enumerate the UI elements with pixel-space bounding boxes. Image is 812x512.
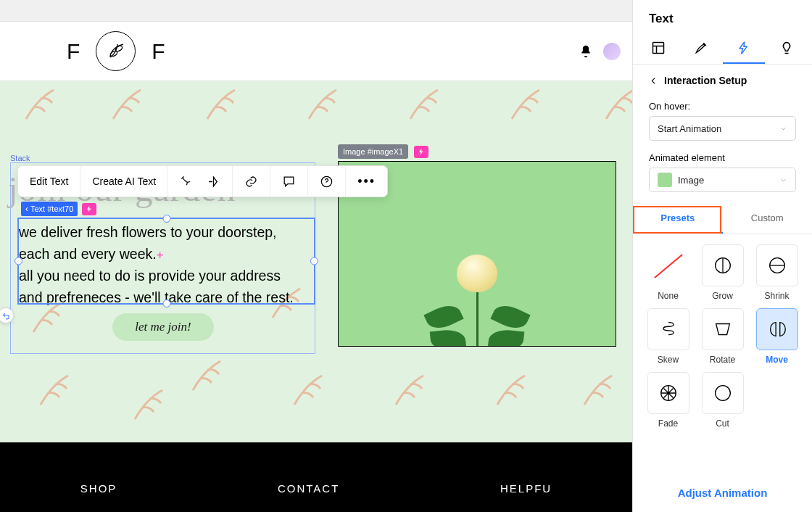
logo-ring-icon — [96, 31, 136, 71]
comment-icon[interactable] — [282, 175, 296, 189]
footer: SHOP CONTACT HELPFU — [0, 442, 632, 512]
notifications-icon[interactable] — [579, 44, 593, 59]
preset-grid: None Grow Shrink Skew Rotate Move Fade — [633, 234, 812, 429]
svg-point-7 — [715, 386, 730, 401]
element-thumb-icon — [658, 173, 672, 187]
text-element-tag[interactable]: Text #text70 — [21, 202, 78, 216]
chevron-left-icon — [649, 76, 658, 86]
site-logo: F F — [67, 31, 165, 71]
preset-move[interactable]: Move — [752, 308, 802, 365]
stack-label: Stack — [10, 154, 30, 162]
tab-layout[interactable] — [637, 33, 680, 64]
top-strip — [0, 0, 632, 22]
tab-presets[interactable]: Presets — [633, 204, 723, 234]
logo-letter-left: F — [67, 39, 80, 64]
image-tag-row: Image #imageX1 — [338, 144, 428, 159]
align-icon[interactable] — [207, 175, 220, 189]
page-canvas[interactable]: Stack join our garden Text #text70 we de… — [0, 81, 632, 442]
tab-tips[interactable] — [765, 33, 808, 64]
interaction-setup-label: Interaction Setup — [664, 75, 747, 86]
on-hover-value: Start Animation — [658, 123, 721, 134]
resize-handle-left[interactable] — [14, 257, 22, 265]
more-button[interactable]: ••• — [346, 166, 387, 197]
preset-none[interactable]: None — [643, 244, 693, 301]
text-element-tag-row: Text #text70 — [21, 202, 96, 216]
properties-sidebar: Text Interaction Setup On hover: Start A… — [632, 0, 812, 512]
logo-letter-right: F — [152, 39, 165, 64]
panel-tabs — [633, 33, 812, 65]
chevron-down-icon — [779, 125, 787, 133]
on-hover-label: On hover: — [633, 94, 812, 116]
text-toolbar: Edit Text Create AI Text ••• — [17, 165, 388, 197]
preset-shrink[interactable]: Shrink — [752, 244, 802, 301]
tab-design[interactable] — [680, 33, 723, 64]
flower-illustration — [457, 263, 497, 347]
image-interaction-icon[interactable] — [414, 146, 428, 158]
footer-link-contact[interactable]: CONTACT — [278, 482, 339, 495]
cta-button[interactable]: let me join! — [112, 313, 214, 341]
animation-icon[interactable] — [180, 175, 194, 189]
resize-handle-top[interactable] — [162, 215, 170, 223]
adjust-animation-button[interactable]: Adjust Animation — [633, 466, 812, 512]
tab-interactions[interactable] — [723, 33, 766, 64]
footer-link-helpful[interactable]: HELPFU — [500, 482, 552, 495]
preset-fade[interactable]: Fade — [643, 372, 693, 429]
link-icon[interactable] — [244, 175, 258, 189]
animated-element-value: Image — [678, 175, 704, 186]
animated-element-dropdown[interactable]: Image — [649, 168, 796, 192]
main-ribbon: F F — [0, 22, 632, 81]
animated-element-label: Animated element — [633, 145, 812, 168]
resize-handle-bottom[interactable] — [162, 300, 170, 307]
preset-grow[interactable]: Grow — [697, 244, 747, 301]
edit-text-button[interactable]: Edit Text — [18, 166, 80, 197]
on-hover-dropdown[interactable]: Start Animation — [649, 116, 796, 141]
panel-title: Text — [633, 0, 812, 33]
text-interaction-icon[interactable] — [82, 203, 96, 215]
avatar[interactable] — [603, 43, 621, 60]
help-icon[interactable] — [320, 175, 334, 189]
image-element-tag[interactable]: Image #imageX1 — [338, 144, 408, 159]
text-selection-frame[interactable] — [17, 218, 315, 305]
chevron-down-icon — [779, 176, 787, 184]
preset-cut[interactable]: Cut — [697, 372, 747, 429]
preset-custom-tabs: Presets Custom — [633, 204, 812, 234]
preset-rotate[interactable]: Rotate — [697, 308, 747, 365]
footer-link-shop[interactable]: SHOP — [80, 482, 117, 495]
create-ai-text-button[interactable]: Create AI Text — [80, 166, 168, 197]
interaction-setup-header[interactable]: Interaction Setup — [633, 65, 812, 94]
svg-rect-3 — [653, 43, 664, 54]
resize-handle-right[interactable] — [310, 257, 318, 265]
tab-custom[interactable]: Custom — [723, 204, 813, 234]
preset-skew[interactable]: Skew — [643, 308, 693, 365]
